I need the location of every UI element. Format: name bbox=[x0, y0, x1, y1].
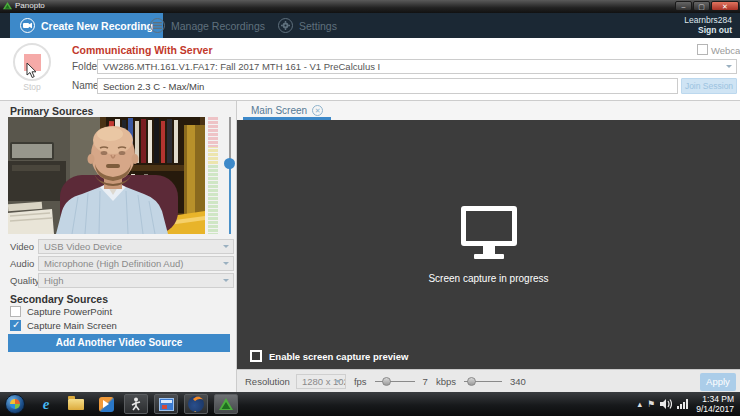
capture-status-message: Screen capture in progress bbox=[428, 273, 548, 284]
apply-button[interactable]: Apply bbox=[700, 373, 736, 391]
stick-figure-icon bbox=[130, 397, 142, 411]
resolution-dropdown[interactable]: 1280 x 1024 bbox=[296, 374, 346, 389]
tab-label: Manage Recordings bbox=[171, 20, 265, 32]
enable-preview-label: Enable screen capture preview bbox=[269, 351, 408, 362]
kbps-slider-handle[interactable] bbox=[467, 377, 476, 386]
firefox-icon[interactable] bbox=[184, 394, 208, 414]
tab-label: Settings bbox=[299, 20, 337, 32]
minimize-button[interactable]: – bbox=[675, 1, 692, 11]
monitor-icon bbox=[461, 206, 517, 246]
monitor-base bbox=[474, 254, 504, 259]
window-title: Panopto bbox=[15, 1, 45, 10]
tab-main-screen[interactable]: Main Screen ✕ bbox=[243, 103, 331, 120]
video-device-dropdown[interactable]: USB Video Device bbox=[38, 239, 234, 254]
media-player-icon[interactable] bbox=[94, 394, 118, 414]
sources-panel: Primary Sources bbox=[0, 100, 237, 392]
tab-label: Create New Recording bbox=[41, 20, 153, 32]
capture-tab-bar: Main Screen ✕ bbox=[237, 101, 740, 120]
window-titlebar: Panopto – ▢ ✕ bbox=[0, 0, 740, 13]
gear-icon bbox=[278, 18, 293, 33]
clock-time: 1:34 PM bbox=[696, 394, 734, 404]
screen-capture-area: Screen capture in progress Enable screen… bbox=[237, 120, 740, 369]
webcam-label: Webcam bbox=[711, 45, 740, 56]
action-center-flag-icon[interactable]: ⚑ bbox=[647, 399, 655, 409]
fps-label: fps bbox=[354, 376, 367, 387]
preview-toggle-row: Enable screen capture preview bbox=[250, 350, 408, 362]
hidden-icons-arrow-icon[interactable]: ▴ bbox=[638, 399, 643, 409]
app-window-icon[interactable] bbox=[154, 394, 178, 414]
screen-capture-panel: Main Screen ✕ Screen capture in progress… bbox=[237, 100, 740, 392]
close-tab-icon[interactable]: ✕ bbox=[312, 105, 323, 116]
video-source-row: Video USB Video Device bbox=[10, 239, 234, 254]
add-video-source-button[interactable]: Add Another Video Source bbox=[8, 334, 230, 352]
capture-powerpoint-label: Capture PowerPoint bbox=[27, 306, 112, 317]
video-label: Video bbox=[10, 241, 38, 252]
panopto-taskbar-icon[interactable] bbox=[214, 394, 238, 414]
enable-preview-checkbox[interactable] bbox=[250, 350, 262, 362]
main-screen-tab-label: Main Screen bbox=[251, 105, 307, 116]
webcam-checkbox[interactable] bbox=[697, 44, 708, 55]
folder-dropdown[interactable]: VW286.MTH.161.V1.FA17: Fall 2017 MTH 161… bbox=[97, 59, 737, 74]
close-button[interactable]: ✕ bbox=[711, 1, 739, 11]
quality-dropdown[interactable]: High bbox=[38, 273, 234, 288]
capture-main-screen-checkbox[interactable] bbox=[10, 320, 21, 331]
windows-taskbar: e ▴ ⚑ 1:34 PM 9/14/2017 bbox=[0, 392, 740, 416]
fps-slider-handle[interactable] bbox=[382, 377, 391, 386]
join-session-button[interactable]: Join Session bbox=[681, 78, 737, 94]
volume-slider-handle[interactable] bbox=[224, 158, 235, 169]
start-button[interactable] bbox=[5, 394, 25, 414]
session-header: Stop Communicating With Server Folder VW… bbox=[0, 38, 740, 100]
capture-powerpoint-row: Capture PowerPoint bbox=[10, 306, 112, 317]
resolution-label: Resolution bbox=[245, 376, 290, 387]
audio-label: Audio bbox=[10, 258, 38, 269]
user-area: Learnbrs284 Sign out bbox=[684, 15, 732, 35]
capture-main-screen-row: Capture Main Screen bbox=[10, 320, 117, 331]
fps-slider-track bbox=[375, 381, 415, 382]
sign-out-link[interactable]: Sign out bbox=[684, 25, 732, 35]
kbps-slider[interactable] bbox=[464, 377, 502, 386]
monitor-stand bbox=[483, 246, 495, 254]
audio-device-dropdown[interactable]: Microphone (High Definition Aud) bbox=[38, 256, 234, 271]
system-tray: ▴ ⚑ 1:34 PM 9/14/2017 bbox=[638, 392, 738, 416]
taskbar-clock[interactable]: 1:34 PM 9/14/2017 bbox=[696, 394, 734, 414]
kbps-value: 340 bbox=[510, 376, 526, 387]
tab-settings[interactable]: Settings bbox=[268, 13, 347, 38]
video-camera-icon bbox=[20, 18, 35, 33]
quality-label: Quality bbox=[10, 275, 38, 286]
capture-settings-bar: Resolution 1280 x 1024 fps 7 kbps 340 Ap… bbox=[237, 369, 740, 393]
volume-track bbox=[229, 117, 231, 163]
fps-value: 7 bbox=[423, 376, 428, 387]
main-nav: Create New Recording Manage Recordings S… bbox=[0, 13, 740, 38]
mouse-cursor-icon bbox=[26, 63, 37, 79]
fps-slider[interactable] bbox=[375, 377, 415, 386]
server-status-text: Communicating With Server bbox=[72, 44, 213, 56]
quality-row: Quality High bbox=[10, 273, 234, 288]
stop-control: Stop bbox=[10, 43, 54, 92]
panopto-green-logo bbox=[219, 398, 233, 411]
name-label: Name bbox=[72, 80, 99, 91]
internet-explorer-icon[interactable]: e bbox=[34, 394, 58, 414]
session-name-input[interactable] bbox=[97, 78, 678, 94]
primary-sources-title: Primary Sources bbox=[10, 105, 93, 117]
file-explorer-icon[interactable] bbox=[64, 394, 88, 414]
network-signal-icon[interactable] bbox=[677, 399, 688, 409]
speaker-icon[interactable] bbox=[660, 399, 672, 409]
stop-label: Stop bbox=[10, 82, 54, 92]
presenter-app-icon[interactable] bbox=[124, 394, 148, 414]
clock-date: 9/14/2017 bbox=[696, 404, 734, 414]
volume-track-fill bbox=[229, 163, 231, 234]
username: Learnbrs284 bbox=[684, 15, 732, 25]
kbps-label: kbps bbox=[436, 376, 456, 387]
webcam-video-frame bbox=[8, 117, 205, 234]
capture-powerpoint-checkbox[interactable] bbox=[10, 306, 21, 317]
panopto-logo-icon bbox=[3, 2, 12, 11]
windows-logo-icon bbox=[10, 399, 20, 409]
maximize-button[interactable]: ▢ bbox=[693, 1, 710, 11]
audio-level-meter bbox=[208, 117, 218, 234]
audio-source-row: Audio Microphone (High Definition Aud) bbox=[10, 256, 234, 271]
secondary-sources-title: Secondary Sources bbox=[10, 293, 108, 305]
volume-slider[interactable] bbox=[224, 117, 236, 234]
tab-manage-recordings[interactable]: Manage Recordings bbox=[140, 13, 275, 38]
capture-main-screen-label: Capture Main Screen bbox=[27, 320, 117, 331]
list-icon bbox=[150, 18, 165, 33]
